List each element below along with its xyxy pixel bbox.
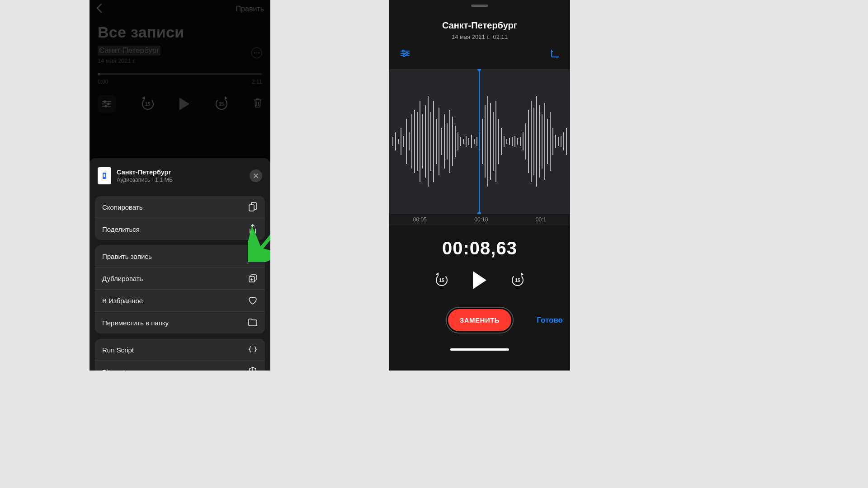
shield-icon [248,367,258,371]
svg-point-22 [403,55,405,56]
play-button[interactable] [473,271,486,289]
duplicate-icon [248,273,258,283]
action-favorite[interactable]: В Избранное [95,289,265,311]
scrubber[interactable] [98,73,262,75]
action-copy[interactable]: Скопировать [95,196,265,218]
recording-title: Санкт-Петербург [98,46,160,56]
svg-point-5 [105,105,107,107]
braces-icon [248,345,258,355]
done-button[interactable]: Готово [537,316,563,325]
play-button[interactable] [179,98,189,110]
enhance-icon[interactable] [400,49,410,60]
heart-icon [248,296,258,305]
close-button[interactable] [250,169,262,182]
playhead[interactable] [479,69,480,214]
home-indicator[interactable] [450,348,509,351]
page-title: Все записи [90,18,270,46]
more-button[interactable] [251,47,262,58]
svg-rect-8 [249,205,254,211]
svg-point-4 [108,103,109,105]
recording-date: 14 мая 2021 г. [98,57,262,64]
waveform-icon [248,251,258,261]
svg-point-21 [406,52,408,54]
share-icon [248,224,258,234]
forward-15-button[interactable]: 15 [511,273,524,287]
copy-icon [248,202,258,212]
svg-point-3 [104,101,106,103]
action-run-script[interactable]: Run Script [95,339,265,361]
trash-icon[interactable] [253,98,262,110]
nav-bar: Править [90,0,270,18]
time-end: 2:11 [252,79,262,85]
player-controls: 15 15 [90,85,270,123]
edit-controls: 15 15 [389,271,570,289]
action-share[interactable]: Поделиться [95,218,265,240]
sheet-subtitle: Аудиозапись · 1,1 МБ [117,177,173,183]
svg-point-20 [402,50,404,52]
replace-button[interactable]: ЗАМЕНИТЬ [448,309,511,331]
edit-title: Санкт-Петербург [389,20,570,31]
sheet-title: Санкт-Петербург [117,169,173,176]
edit-button[interactable]: Править [236,5,264,13]
time-start: 0:00 [98,79,108,85]
folder-icon [248,318,258,328]
action-sheet: Санкт-Петербург Аудиозапись · 1,1 МБ Ско… [90,158,270,371]
recording-item[interactable]: Санкт-Петербург 14 мая 2021 г. [90,46,270,69]
svg-rect-7 [104,174,105,177]
rewind-15-button[interactable]: 15 [141,97,155,111]
file-thumbnail-icon [98,167,111,184]
phone-voice-memos-list: Править Все записи Санкт-Петербург 14 ма… [90,0,270,371]
forward-15-button[interactable]: 15 [215,97,228,111]
action-edit-recording[interactable]: Править запись [95,245,265,267]
trim-icon[interactable] [550,49,559,60]
options-icon[interactable] [98,95,116,113]
phone-voice-memos-edit: Санкт-Петербург 14 мая 2021 г. 02:11 00:… [389,0,570,371]
waveform-display[interactable] [389,69,570,214]
back-button[interactable] [96,3,102,15]
time-ruler: 00:05 00:10 00:1 [389,214,570,225]
sheet-handle[interactable] [471,5,488,7]
edit-subtitle: 14 мая 2021 г. 02:11 [389,33,570,40]
action-bitwarden[interactable]: Bitwarden [95,361,265,371]
current-time: 00:08,63 [389,238,570,258]
action-move-folder[interactable]: Переместить в папку [95,311,265,333]
action-duplicate[interactable]: Дублировать [95,267,265,289]
rewind-15-button[interactable]: 15 [435,273,448,287]
